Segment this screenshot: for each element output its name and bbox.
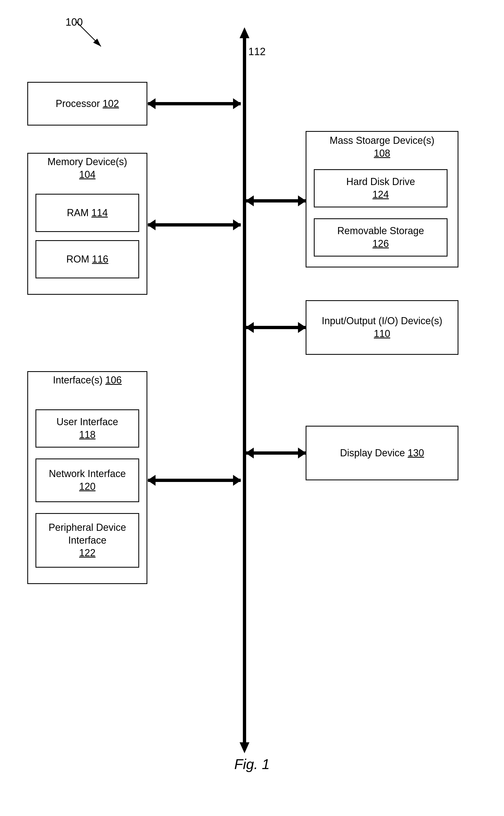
user-interface-box: User Interface 118 <box>35 409 139 448</box>
arrow-memory-bus <box>148 223 241 227</box>
arrow-processor-bus <box>148 102 241 105</box>
arrow-bus-display <box>246 451 306 455</box>
figure-label: Fig. 1 <box>234 756 270 772</box>
diagram-container: 100 112 Processor 102 Memory Device(s) 1… <box>0 0 504 816</box>
display-label: Display Device 130 <box>340 447 424 460</box>
bus-label-112: 112 <box>248 46 266 58</box>
hdd-box: Hard Disk Drive 124 <box>314 169 448 207</box>
ref-arrow-svg <box>55 14 115 55</box>
user-interface-label: User Interface 118 <box>56 416 118 441</box>
ram-box: RAM 114 <box>35 194 139 232</box>
arrow-network-bus <box>148 479 241 482</box>
peripheral-label: Peripheral Device Interface 122 <box>41 521 134 559</box>
processor-box: Processor 102 <box>27 82 147 126</box>
io-label: Input/Output (I/O) Device(s) 110 <box>322 315 442 340</box>
arrow-bus-io <box>246 326 306 329</box>
ram-label: RAM 114 <box>67 207 108 219</box>
removable-storage-label: Removable Storage 126 <box>337 225 424 250</box>
bus-label-text: 112 <box>248 46 266 57</box>
peripheral-device-box: Peripheral Device Interface 122 <box>35 513 139 568</box>
bus-arrow-bottom <box>240 742 249 753</box>
rom-box: ROM 116 <box>35 240 139 278</box>
bus-arrow-top <box>240 27 249 38</box>
processor-label: Processor 102 <box>56 97 119 110</box>
rom-label: ROM 116 <box>66 253 108 266</box>
arrow-bus-mass-storage <box>246 199 306 202</box>
network-interface-label: Network Interface 120 <box>49 467 126 493</box>
io-box: Input/Output (I/O) Device(s) 110 <box>306 300 458 355</box>
removable-storage-box: Removable Storage 126 <box>314 218 448 257</box>
hdd-label: Hard Disk Drive 124 <box>346 175 415 201</box>
network-interface-box: Network Interface 120 <box>35 458 139 502</box>
bus-line <box>243 35 246 742</box>
display-box: Display Device 130 <box>306 426 458 480</box>
